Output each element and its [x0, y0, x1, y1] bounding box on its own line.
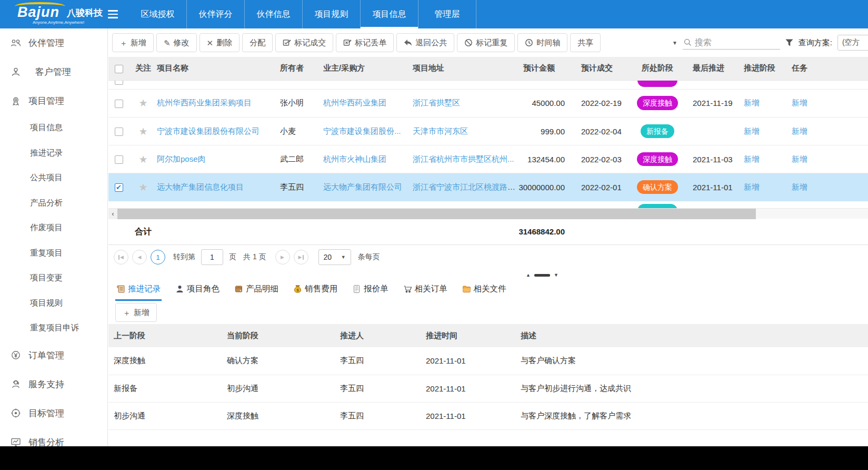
first-page-button[interactable]: ◀: [114, 250, 128, 265]
hamburger-menu-icon[interactable]: [108, 0, 129, 28]
push-stage-link[interactable]: 新增: [744, 154, 760, 163]
address-link[interactable]: 浙江省杭州市市拱墅区杭州...: [413, 154, 514, 163]
detail-row[interactable]: 初步沟通 深度接触 李五四 2021-11-01 与客户深度接触，了解客户需求: [108, 402, 868, 429]
assign-button[interactable]: 分配: [242, 33, 273, 52]
row-checkbox[interactable]: [115, 81, 123, 85]
stage-badge: [637, 204, 677, 208]
scrollbar-thumb[interactable]: [117, 209, 756, 219]
sidebar-item-service-support[interactable]: 服务支持: [0, 370, 107, 399]
buyer-link[interactable]: 杭州市火神山集团: [323, 154, 386, 163]
address-link[interactable]: 天津市市河东区: [413, 126, 468, 135]
search-input[interactable]: [695, 38, 774, 47]
sidebar-subitem-push-records[interactable]: 推进记录: [0, 141, 107, 166]
detail-row[interactable]: 新报备 初步沟通 李五四 2021-11-01 与客户初步进行沟通，达成共识: [108, 375, 868, 402]
collapse-up-icon[interactable]: ▲: [526, 273, 531, 278]
project-toolbar: ＋新增 ✎修改 ✕删除 分配 标记成交 标记丢单 退回公共 标记重复 时间轴 共…: [108, 28, 868, 57]
detail-tab-quotation[interactable]: 报价单: [351, 283, 390, 301]
sidebar-subitem-project-rules[interactable]: 项目规则: [0, 291, 107, 316]
task-link[interactable]: 新增: [792, 182, 807, 191]
buyer-link[interactable]: 杭州华西药业集团: [323, 98, 386, 107]
star-icon[interactable]: ★: [138, 154, 147, 165]
top-nav-tab[interactable]: 区域授权: [129, 0, 187, 28]
star-icon[interactable]: ★: [138, 182, 147, 193]
collapse-down-icon[interactable]: ▼: [554, 273, 558, 278]
row-checkbox[interactable]: [115, 183, 123, 192]
sidebar-item-partner-mgmt[interactable]: 伙伴管理: [0, 28, 107, 57]
mark-lost-button[interactable]: 标记丢单: [336, 33, 394, 52]
toolbar-overflow-caret-icon[interactable]: ▼: [672, 40, 677, 46]
sidebar-subitem-project-changes[interactable]: 项目变更: [0, 266, 107, 291]
sidebar-item-goal-mgmt[interactable]: 目标管理: [0, 399, 107, 428]
top-nav-tab[interactable]: 管理层: [418, 0, 476, 28]
project-row[interactable]: ★ 杭州华西药业集团采购项目 张小明 杭州华西药业集团 浙江省拱墅区 45000…: [108, 90, 868, 117]
goto-page-input[interactable]: [201, 249, 223, 265]
detail-add-button[interactable]: ＋新增: [115, 303, 157, 322]
select-all-checkbox[interactable]: [115, 65, 123, 73]
top-nav-tab[interactable]: 伙伴信息: [245, 0, 303, 28]
project-name-link[interactable]: 杭州华西药业集团采购项目: [157, 98, 252, 107]
detail-tab-related-orders[interactable]: 相关订单: [402, 283, 448, 301]
push-stage-link[interactable]: 新增: [744, 126, 760, 135]
top-nav-tab[interactable]: 伙伴评分: [187, 0, 245, 28]
row-checkbox[interactable]: [115, 155, 123, 164]
add-button[interactable]: ＋新增: [112, 33, 154, 52]
project-name-link[interactable]: 远大物产集团信息化项目: [157, 182, 244, 191]
project-name-link[interactable]: 阿尔加pose肉: [157, 154, 206, 163]
mark-duplicate-button[interactable]: 标记重复: [457, 33, 515, 52]
prev-page-button[interactable]: ◀: [132, 250, 147, 265]
buyer-link[interactable]: 远大物产集团有限公司: [323, 182, 402, 191]
timeline-button[interactable]: 时间轴: [517, 33, 567, 52]
page-size-select[interactable]: 20▼: [318, 249, 351, 265]
detail-row[interactable]: 深度接触 确认方案 李五四 2021-11-01 与客户确认方案: [108, 347, 868, 375]
detail-tab-related-files[interactable]: 相关文件: [461, 283, 507, 301]
next-page-button[interactable]: ▶: [275, 250, 290, 265]
edit-button[interactable]: ✎修改: [156, 33, 197, 52]
star-icon[interactable]: ★: [138, 126, 147, 137]
splitter-grip[interactable]: [534, 274, 550, 277]
project-row[interactable]: ★ 远大物产集团信息化项目 李五四 远大物产集团有限公司 浙江省宁波市江北区桃渡…: [108, 173, 868, 201]
horizontal-scrollbar[interactable]: ‹: [108, 208, 868, 219]
sidebar-item-order-mgmt[interactable]: 订单管理: [0, 341, 107, 370]
panel-splitter-handle[interactable]: ▲ ▼: [526, 273, 558, 278]
detail-tab-push-records[interactable]: 推进记录: [115, 283, 162, 301]
address-link[interactable]: 浙江省宁波市江北区桃渡路122: [413, 182, 518, 191]
top-nav-tab[interactable]: 项目信息: [361, 0, 418, 28]
sidebar-subitem-duplicate-appeal[interactable]: 重复项目申诉: [0, 316, 107, 341]
sidebar-subitem-voided-projects[interactable]: 作废项目: [0, 216, 107, 241]
project-name-link[interactable]: 宁波市建设集团股份有限公司: [157, 126, 260, 135]
mark-won-button[interactable]: 标记成交: [275, 33, 333, 52]
row-checkbox[interactable]: [115, 128, 123, 136]
detail-tab-product-details[interactable]: 产品明细: [233, 283, 280, 301]
row-checkbox[interactable]: [115, 100, 123, 108]
address-link[interactable]: 浙江省拱墅区: [413, 98, 460, 107]
query-plan-select[interactable]: (空方: [837, 35, 868, 51]
sidebar-subitem-public-projects[interactable]: 公共项目: [0, 165, 107, 191]
scroll-left-arrow-icon[interactable]: ‹: [108, 209, 117, 219]
star-icon[interactable]: ★: [138, 97, 147, 109]
task-link[interactable]: 新增: [792, 126, 807, 135]
sidebar-item-customer-mgmt[interactable]: 客户管理: [0, 57, 107, 86]
delete-button[interactable]: ✕删除: [199, 33, 240, 52]
share-button[interactable]: 共享: [570, 33, 601, 52]
return-public-button[interactable]: 退回公共: [396, 33, 454, 52]
sidebar-subitem-project-info[interactable]: 项目信息: [0, 115, 107, 141]
filter-funnel-icon[interactable]: [785, 39, 793, 46]
buyer-link[interactable]: 宁波市建设集团股份...: [323, 126, 401, 135]
sidebar-subitem-duplicate-projects[interactable]: 重复项目: [0, 241, 107, 266]
cell-close-date: 2022-02-04: [571, 117, 630, 145]
detail-tab-project-roles[interactable]: 项目角色: [174, 283, 221, 301]
last-page-button[interactable]: ▶: [294, 250, 308, 265]
top-nav-tab[interactable]: 项目规则: [303, 0, 361, 28]
sidebar-item-sales-analysis[interactable]: 销售分析: [0, 428, 107, 447]
push-stage-link[interactable]: 新增: [744, 182, 760, 191]
sidebar-subitem-product-analysis[interactable]: 产品分析: [0, 191, 107, 216]
project-row[interactable]: ★ 阿尔加pose肉 武二郎 杭州市火神山集团 浙江省杭州市市拱墅区杭州... …: [108, 145, 868, 173]
current-page-indicator[interactable]: 1: [151, 250, 165, 265]
project-row[interactable]: ★ 宁波市建设集团股份有限公司 小麦 宁波市建设集团股份... 天津市市河东区 …: [108, 117, 868, 145]
detail-tab-sales-expense[interactable]: $ 销售费用: [292, 283, 338, 301]
push-stage-link[interactable]: 新增: [744, 98, 760, 107]
task-link[interactable]: 新增: [792, 154, 807, 163]
task-link[interactable]: 新增: [792, 98, 807, 107]
logo-cn-text: 八骏科技: [67, 7, 103, 19]
sidebar-item-project-mgmt[interactable]: 项目管理: [0, 86, 107, 115]
